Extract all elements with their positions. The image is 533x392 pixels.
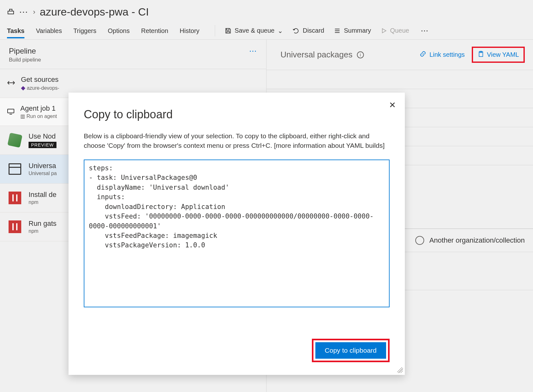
discard-label: Discard: [303, 27, 324, 34]
save-queue-button[interactable]: Save & queue ⌄: [225, 27, 283, 35]
link-settings-button[interactable]: Link settings: [419, 50, 465, 59]
discard-button[interactable]: Discard: [293, 27, 324, 34]
task-sub: Universal pa: [29, 171, 57, 176]
view-yaml-highlight: View YAML: [472, 47, 525, 63]
org-radio-label: Another organization/collection: [429, 236, 525, 245]
view-yaml-label: View YAML: [487, 51, 519, 58]
task-title: Universa: [29, 162, 57, 170]
breadcrumb-title[interactable]: azure-devops-pwa - CI: [40, 6, 149, 18]
copy-button-highlight: Copy to clipboard: [312, 339, 390, 362]
dialog-description: Below is a clipboard-friendly view of yo…: [84, 131, 390, 151]
pipeline-title: Pipeline: [9, 47, 41, 56]
preview-badge: PREVIEW: [29, 142, 56, 148]
tab-tasks[interactable]: Tasks: [7, 23, 24, 38]
task-sub: npm: [29, 199, 56, 205]
pipeline-more[interactable]: ⋯: [249, 47, 257, 56]
task-detail-title: Universal packages: [280, 50, 352, 60]
close-button[interactable]: ✕: [389, 100, 396, 110]
package-icon: [7, 161, 23, 177]
npm-icon: [7, 219, 23, 235]
agent-icon: [7, 108, 15, 116]
copy-clipboard-dialog: ✕ Copy to clipboard Below is a clipboard…: [69, 93, 405, 375]
node-icon: [7, 132, 23, 148]
server-icon: ▥: [20, 114, 25, 119]
svg-rect-1: [8, 109, 14, 113]
radio-icon: [415, 236, 424, 245]
get-sources-title: Get sources: [21, 75, 59, 84]
agent-job-title: Agent job 1: [20, 104, 57, 113]
task-detail-header: Universal packages i Link settings View …: [266, 40, 533, 70]
task-title: Run gats: [29, 219, 56, 228]
clipboard-icon: [477, 50, 484, 59]
sources-icon: [7, 79, 15, 88]
tab-triggers[interactable]: Triggers: [73, 23, 96, 38]
link-icon: [419, 50, 426, 59]
agent-job-sub: ▥ Run on agent: [20, 113, 57, 119]
pipeline-header[interactable]: Pipeline Build pipeline ⋯: [0, 40, 266, 69]
svg-rect-0: [8, 11, 14, 14]
tab-history[interactable]: History: [180, 23, 199, 38]
tab-retention[interactable]: Retention: [141, 23, 168, 38]
pipeline-icon: [7, 7, 15, 17]
list-icon: [334, 27, 341, 34]
tab-variables[interactable]: Variables: [36, 23, 62, 38]
npm-icon: [7, 190, 23, 206]
task-sub: npm: [29, 228, 56, 234]
summary-button[interactable]: Summary: [334, 27, 371, 34]
repo-icon: ◆: [21, 85, 25, 91]
save-icon: [225, 27, 232, 34]
chevron-down-icon: ⌄: [278, 27, 283, 35]
tab-bar: Tasks Variables Triggers Options Retenti…: [0, 22, 533, 40]
resize-grip[interactable]: [397, 367, 403, 373]
yaml-textarea[interactable]: [84, 160, 390, 307]
tab-options[interactable]: Options: [108, 23, 130, 38]
chevron-right-icon: ›: [33, 8, 35, 16]
view-yaml-button[interactable]: View YAML: [477, 50, 519, 59]
queue-button[interactable]: Queue: [381, 27, 409, 34]
info-icon[interactable]: i: [357, 51, 364, 58]
more-actions[interactable]: ⋯: [419, 26, 431, 35]
queue-label: Queue: [390, 27, 409, 34]
pipeline-subtitle: Build pipeline: [9, 57, 41, 63]
task-title: Use Nod: [29, 132, 56, 140]
copy-to-clipboard-button[interactable]: Copy to clipboard: [315, 342, 386, 359]
dialog-title: Copy to clipboard: [84, 108, 390, 121]
breadcrumb: ⋯ › azure-devops-pwa - CI: [0, 0, 533, 22]
undo-icon: [293, 27, 299, 34]
save-queue-label: Save & queue: [235, 27, 275, 34]
get-sources-repo: ◆ azure-devops-: [21, 84, 59, 91]
link-settings-label: Link settings: [430, 51, 465, 58]
summary-label: Summary: [344, 27, 371, 34]
task-title: Install de: [29, 191, 56, 199]
play-icon: [381, 28, 387, 34]
